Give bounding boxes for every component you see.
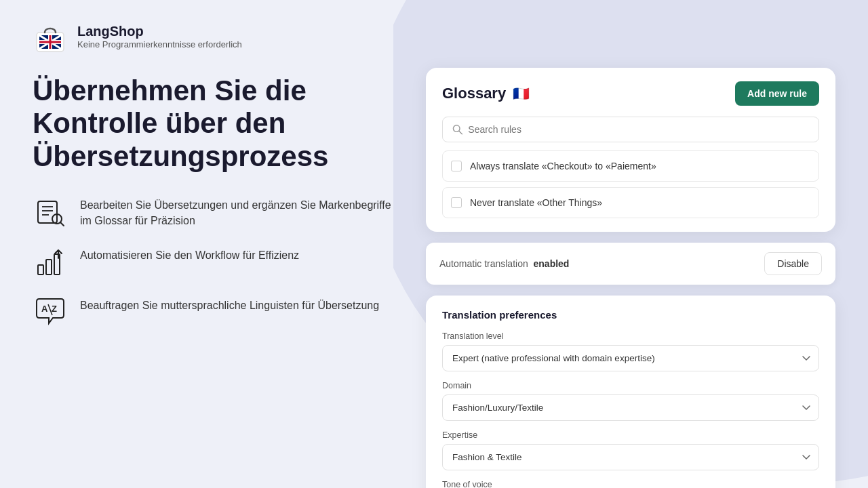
- french-flag-icon: 🇫🇷: [513, 85, 530, 102]
- feature-item-glossary: Bearbeiten Sie Übersetzungen und ergänze…: [33, 195, 399, 230]
- translation-level-label: Translation level: [442, 331, 819, 341]
- feature-text-linguist: Beauftragen Sie muttersprachliche Lingui…: [80, 295, 379, 313]
- expertise-group: Expertise Fashion & Textile: [442, 430, 819, 470]
- header: LangShop Keine Programmierkenntnisse erf…: [0, 0, 868, 68]
- domain-group: Domain Fashion/Luxury/Textile: [442, 381, 819, 421]
- domain-label: Domain: [442, 381, 819, 390]
- brand-name: LangShop: [77, 24, 242, 39]
- svg-line-21: [459, 131, 462, 134]
- svg-rect-15: [46, 260, 52, 274]
- glossary-title-row: Glossary 🇫🇷: [442, 85, 530, 102]
- svg-rect-8: [38, 201, 57, 223]
- add-new-rule-button[interactable]: Add new rule: [735, 81, 819, 106]
- feature-text-glossary: Bearbeiten Sie Übersetzungen und ergänze…: [80, 195, 399, 228]
- svg-rect-14: [38, 265, 43, 274]
- auto-translation-bar: Automatic translation enabled Disable: [426, 243, 835, 285]
- workflow-icon: [33, 245, 68, 280]
- tone-of-voice-group: Tone of voice: [442, 480, 819, 488]
- disable-button[interactable]: Disable: [764, 252, 822, 275]
- search-input[interactable]: [468, 124, 809, 135]
- tone-of-voice-label: Tone of voice: [442, 480, 819, 488]
- glossary-card: Glossary 🇫🇷 Add new rule Always translat…: [426, 68, 835, 232]
- rule-text-2: Never translate «Other Things»: [470, 197, 602, 208]
- translation-level-group: Translation level Expert (native profess…: [442, 331, 819, 371]
- svg-line-13: [60, 222, 64, 226]
- glossary-title: Glossary: [442, 85, 506, 102]
- expertise-select[interactable]: Fashion & Textile: [442, 444, 819, 470]
- svg-text:A: A: [41, 304, 48, 314]
- main-headline: Übernehmen Sie die Kontrolle über den Üb…: [33, 75, 399, 173]
- rule-text-1: Always translate «Checkout» to «Paiement…: [470, 161, 656, 171]
- glossary-icon: [33, 195, 68, 230]
- translation-preferences-card: Translation preferences Translation leve…: [426, 296, 835, 488]
- main-content: Übernehmen Sie die Kontrolle über den Üb…: [0, 68, 868, 488]
- search-icon: [452, 124, 462, 135]
- logo-text: LangShop Keine Programmierkenntnisse erf…: [77, 24, 242, 49]
- search-box[interactable]: [442, 117, 819, 142]
- feature-text-workflow: Automatisieren Sie den Workflow für Effi…: [80, 245, 299, 263]
- feature-item-workflow: Automatisieren Sie den Workflow für Effi…: [33, 245, 399, 280]
- right-panel: Glossary 🇫🇷 Add new rule Always translat…: [426, 68, 835, 488]
- domain-select[interactable]: Fashion/Luxury/Textile: [442, 394, 819, 421]
- linguist-icon: A Z: [33, 295, 68, 330]
- glossary-header: Glossary 🇫🇷 Add new rule: [442, 81, 819, 106]
- auto-translation-label: Automatic translation enabled: [439, 258, 569, 269]
- rule-checkbox-1[interactable]: [451, 161, 462, 171]
- rule-item-1: Always translate «Checkout» to «Paiement…: [442, 150, 819, 182]
- rule-checkbox-2[interactable]: [451, 197, 462, 208]
- svg-text:Z: Z: [52, 304, 57, 314]
- left-panel: Übernehmen Sie die Kontrolle über den Üb…: [33, 68, 399, 488]
- brand-tagline: Keine Programmierkenntnisse erforderlich: [77, 39, 242, 49]
- rule-item-2: Never translate «Other Things»: [442, 187, 819, 218]
- logo-icon: [33, 19, 68, 54]
- feature-item-linguist: A Z Beauftragen Sie muttersprachliche Li…: [33, 295, 399, 330]
- translation-level-select[interactable]: Expert (native professional with domain …: [442, 345, 819, 371]
- svg-rect-7: [50, 35, 52, 49]
- auto-translation-status: enabled: [534, 258, 570, 269]
- expertise-label: Expertise: [442, 430, 819, 440]
- prefs-title: Translation preferences: [442, 309, 819, 321]
- features-list: Bearbeiten Sie Übersetzungen und ergänze…: [33, 195, 399, 330]
